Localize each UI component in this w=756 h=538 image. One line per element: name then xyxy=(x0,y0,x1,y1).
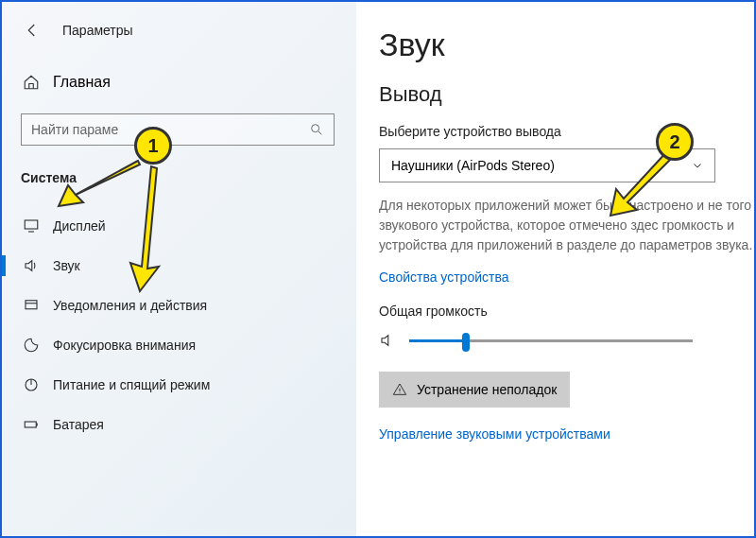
annotation-arrow-1b xyxy=(113,163,180,295)
sound-icon xyxy=(23,257,40,274)
home-link[interactable]: Главная xyxy=(21,68,337,96)
main-content: Звук Вывод Выберите устройство вывода На… xyxy=(356,2,754,536)
sidebar-item-label: Батарея xyxy=(53,417,104,432)
display-icon xyxy=(23,217,40,234)
troubleshoot-label: Устранение неполадок xyxy=(417,382,557,397)
svg-rect-8 xyxy=(25,422,36,427)
volume-icon xyxy=(379,332,396,349)
svg-rect-9 xyxy=(36,424,38,426)
page-title: Параметры xyxy=(62,23,133,38)
chevron-down-icon xyxy=(692,160,703,171)
arrow-left-icon xyxy=(24,22,41,39)
svg-rect-2 xyxy=(25,220,38,229)
sidebar-item-label: Уведомления и действия xyxy=(53,298,207,313)
sidebar-item-battery[interactable]: Батарея xyxy=(21,405,337,444)
dropdown-value: Наушники (AirPods Stereo) xyxy=(391,158,555,173)
sidebar-item-label: Дисплей xyxy=(53,218,106,234)
battery-icon xyxy=(23,416,40,433)
power-icon xyxy=(23,376,40,393)
sidebar-item-focus[interactable]: Фокусировка внимания xyxy=(21,325,337,365)
annotation-badge-2: 2 xyxy=(656,123,694,161)
focus-icon xyxy=(23,337,40,354)
search-icon xyxy=(309,122,324,137)
svg-rect-4 xyxy=(26,301,37,309)
sidebar-item-label: Фокусировка внимания xyxy=(53,338,196,353)
sidebar-item-label: Звук xyxy=(53,258,80,273)
main-title: Звук xyxy=(379,26,754,63)
svg-point-0 xyxy=(312,125,319,132)
sidebar-item-label: Питание и спящий режим xyxy=(53,377,210,392)
troubleshoot-button[interactable]: Устранение неполадок xyxy=(379,372,570,408)
manage-devices-link[interactable]: Управление звуковыми устройствами xyxy=(379,426,754,442)
annotation-badge-1: 1 xyxy=(134,127,172,165)
search-box[interactable] xyxy=(21,113,335,146)
sidebar-item-power[interactable]: Питание и спящий режим xyxy=(21,365,337,405)
search-input[interactable] xyxy=(31,122,309,137)
device-properties-link[interactable]: Свойства устройства xyxy=(379,269,509,285)
output-device-label: Выберите устройство вывода xyxy=(379,124,754,139)
back-button[interactable] xyxy=(21,19,43,42)
volume-label: Общая громкость xyxy=(379,304,754,319)
svg-line-1 xyxy=(318,131,321,134)
slider-thumb[interactable] xyxy=(462,333,470,352)
output-description: Для некоторых приложений может быть наст… xyxy=(379,196,754,255)
home-icon xyxy=(23,74,40,91)
warning-icon xyxy=(392,382,407,397)
output-heading: Вывод xyxy=(379,82,754,107)
home-label: Главная xyxy=(53,74,111,91)
slider-fill xyxy=(409,339,466,342)
notify-icon xyxy=(23,297,40,314)
volume-slider[interactable] xyxy=(409,339,693,342)
